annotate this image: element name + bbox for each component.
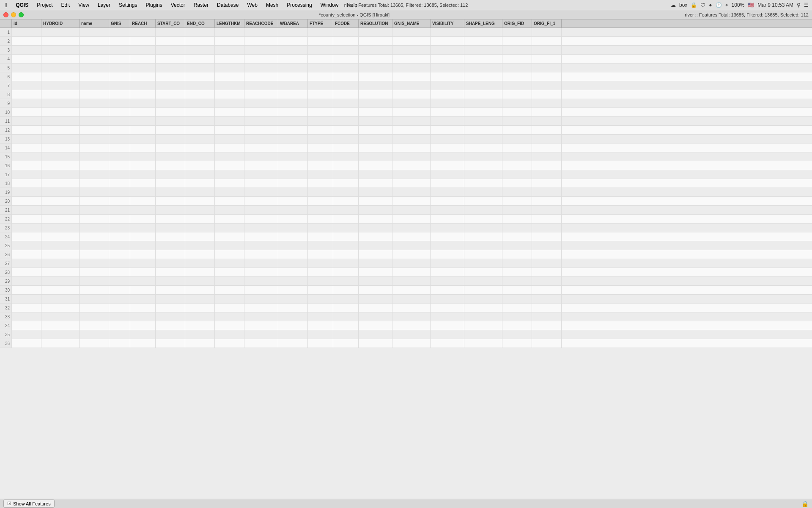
table-cell[interactable] <box>244 259 278 268</box>
table-cell[interactable] <box>156 232 185 241</box>
table-cell[interactable] <box>431 28 464 36</box>
table-cell[interactable] <box>502 72 532 81</box>
table-cell[interactable] <box>80 161 109 170</box>
table-cell[interactable] <box>215 286 244 294</box>
table-cell[interactable] <box>278 144 308 152</box>
table-cell[interactable] <box>464 90 502 99</box>
table-cell[interactable] <box>12 161 41 170</box>
table-cell[interactable] <box>278 64 308 72</box>
table-cell[interactable] <box>308 259 333 268</box>
table-cell[interactable] <box>130 330 156 339</box>
table-cell[interactable] <box>308 81 333 90</box>
table-cell[interactable] <box>431 55 464 63</box>
table-cell[interactable] <box>41 295 80 303</box>
table-cell[interactable] <box>109 64 130 72</box>
table-cell[interactable] <box>41 55 80 63</box>
table-cell[interactable] <box>359 72 392 81</box>
table-cell[interactable] <box>359 295 392 303</box>
table-cell[interactable] <box>359 224 392 232</box>
table-cell[interactable] <box>278 268 308 276</box>
table-cell[interactable] <box>278 90 308 99</box>
table-cell[interactable] <box>12 215 41 223</box>
table-cell[interactable] <box>431 215 464 223</box>
table-cell[interactable] <box>431 232 464 241</box>
table-cell[interactable] <box>502 37 532 45</box>
table-cell[interactable] <box>359 135 392 143</box>
table-cell[interactable] <box>308 330 333 339</box>
table-cell[interactable] <box>41 161 80 170</box>
table-cell[interactable] <box>215 179 244 188</box>
table-cell[interactable] <box>80 170 109 179</box>
table-cell[interactable] <box>392 152 431 161</box>
table-cell[interactable] <box>392 259 431 268</box>
table-cell[interactable] <box>244 108 278 116</box>
table-cell[interactable] <box>431 170 464 179</box>
table-cell[interactable] <box>532 81 562 90</box>
table-row[interactable]: 22 <box>0 215 812 224</box>
table-cell[interactable] <box>244 179 278 188</box>
table-cell[interactable] <box>502 295 532 303</box>
table-cell[interactable] <box>333 304 359 312</box>
table-cell[interactable] <box>244 206 278 214</box>
table-cell[interactable] <box>464 152 502 161</box>
table-cell[interactable] <box>464 126 502 134</box>
table-row[interactable]: 28 <box>0 268 812 277</box>
table-cell[interactable] <box>464 135 502 143</box>
table-cell[interactable] <box>392 28 431 36</box>
table-cell[interactable] <box>80 215 109 223</box>
table-cell[interactable] <box>109 295 130 303</box>
table-cell[interactable] <box>130 268 156 276</box>
table-row[interactable]: 29 <box>0 277 812 286</box>
plugins-menu[interactable]: Plugins <box>144 1 164 9</box>
table-cell[interactable] <box>308 144 333 152</box>
table-cell[interactable] <box>308 152 333 161</box>
table-cell[interactable] <box>308 72 333 81</box>
table-cell[interactable] <box>431 108 464 116</box>
layer-menu[interactable]: Layer <box>96 1 112 9</box>
table-cell[interactable] <box>185 321 215 330</box>
table-cell[interactable] <box>185 81 215 90</box>
table-cell[interactable] <box>130 117 156 125</box>
table-cell[interactable] <box>359 90 392 99</box>
table-cell[interactable] <box>41 46 80 54</box>
table-cell[interactable] <box>308 277 333 285</box>
table-cell[interactable] <box>278 179 308 188</box>
mesh-menu[interactable]: Mesh <box>264 1 280 9</box>
table-cell[interactable] <box>215 304 244 312</box>
table-cell[interactable] <box>502 55 532 63</box>
table-cell[interactable] <box>532 339 562 348</box>
table-cell[interactable] <box>359 259 392 268</box>
table-cell[interactable] <box>185 241 215 250</box>
table-cell[interactable] <box>109 126 130 134</box>
table-cell[interactable] <box>109 99 130 108</box>
table-cell[interactable] <box>109 321 130 330</box>
table-cell[interactable] <box>333 64 359 72</box>
table-cell[interactable] <box>359 179 392 188</box>
project-menu[interactable]: Project <box>35 1 54 9</box>
table-cell[interactable] <box>80 304 109 312</box>
table-cell[interactable] <box>359 37 392 45</box>
table-cell[interactable] <box>333 250 359 259</box>
table-cell[interactable] <box>392 277 431 285</box>
table-cell[interactable] <box>502 179 532 188</box>
table-cell[interactable] <box>464 250 502 259</box>
table-cell[interactable] <box>244 268 278 276</box>
table-cell[interactable] <box>502 64 532 72</box>
table-row[interactable]: 23 <box>0 224 812 232</box>
table-cell[interactable] <box>464 108 502 116</box>
table-cell[interactable] <box>502 90 532 99</box>
table-cell[interactable] <box>156 304 185 312</box>
table-cell[interactable] <box>502 188 532 196</box>
table-cell[interactable] <box>464 295 502 303</box>
table-cell[interactable] <box>392 188 431 196</box>
table-cell[interactable] <box>532 55 562 63</box>
table-cell[interactable] <box>80 224 109 232</box>
table-cell[interactable] <box>215 224 244 232</box>
table-cell[interactable] <box>359 304 392 312</box>
table-cell[interactable] <box>80 339 109 348</box>
table-cell[interactable] <box>278 321 308 330</box>
table-cell[interactable] <box>464 224 502 232</box>
table-cell[interactable] <box>215 37 244 45</box>
table-cell[interactable] <box>109 108 130 116</box>
table-cell[interactable] <box>130 206 156 214</box>
